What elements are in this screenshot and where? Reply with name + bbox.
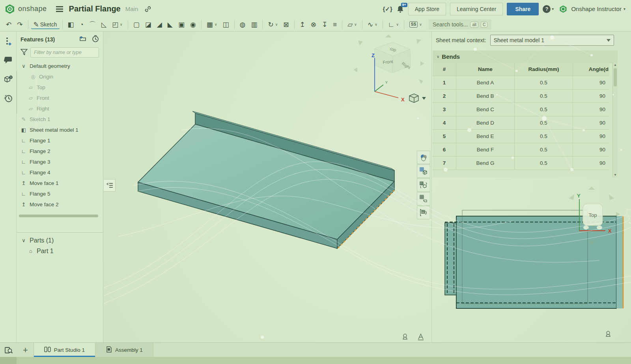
bends-table-row[interactable]: 3Bend C0.590 — [433, 103, 609, 116]
add-tab-button[interactable]: + — [17, 343, 34, 357]
search-tools-box[interactable]: Search tools... alt C — [429, 19, 491, 30]
insert-folder-icon[interactable] — [79, 35, 87, 43]
bend-number[interactable]: 1 — [433, 76, 456, 89]
feature-tree-item[interactable]: ✎Sketch 1 — [17, 114, 103, 125]
bend-number[interactable]: 7 — [433, 157, 456, 170]
fillet-button[interactable]: ▢ — [131, 20, 142, 29]
tab-assembly-1[interactable]: Assembly 1 — [95, 343, 153, 357]
bends-table-row[interactable]: 2Bend B0.590 — [433, 90, 609, 103]
feature-tree-item[interactable]: ↥Move face 1 — [17, 178, 103, 189]
sheet-metal-flange-button[interactable]: ∟∨ — [386, 20, 401, 29]
curve-button[interactable]: ∿∨ — [365, 20, 380, 29]
workspace-name[interactable]: Main — [125, 6, 138, 12]
app-store-button[interactable]: App Store — [408, 3, 446, 15]
chevron-down-icon[interactable]: ∨ — [120, 22, 123, 26]
sweep-button[interactable]: ⌒ — [87, 20, 98, 29]
share-link-icon[interactable] — [144, 6, 151, 13]
help-button[interactable]: ? ▾ — [543, 5, 554, 13]
bend-radius[interactable]: 0.5 — [515, 116, 573, 129]
scrollbar-thumb[interactable] — [614, 68, 617, 86]
scale-indicator-icon[interactable] — [401, 333, 409, 342]
sheet-metal-part[interactable] — [118, 103, 418, 260]
bend-radius[interactable]: 0.5 — [515, 157, 573, 170]
bend-number[interactable]: 5 — [433, 130, 456, 143]
feature-tree-item[interactable]: ∟Flange 5 — [17, 189, 103, 199]
scroll-down-icon[interactable]: ▼ — [614, 173, 617, 177]
plane-button[interactable]: ▱∨ — [345, 20, 359, 29]
flat-cube-top-label[interactable]: Top — [589, 212, 597, 218]
feature-tree-item[interactable]: ▱Right — [17, 103, 103, 114]
undo-button[interactable]: ↶ — [4, 20, 14, 29]
flat-view-toggle[interactable] — [417, 192, 430, 205]
bend-radius[interactable]: 0.5 — [515, 103, 573, 116]
bend-name[interactable]: Bend D — [456, 116, 515, 129]
view-menu-cube-icon[interactable] — [409, 94, 426, 103]
learning-center-button[interactable]: Learning Center — [450, 3, 503, 15]
bend-name[interactable]: Bend C — [456, 103, 515, 116]
bends-table-row[interactable]: 1Bend A0.590 — [433, 76, 609, 90]
chevron-down-icon[interactable]: ∨ — [419, 22, 422, 26]
split-button[interactable]: ▥ — [248, 20, 259, 29]
bend-angle[interactable]: 90 — [573, 116, 609, 129]
scroll-up-icon[interactable]: ▲ — [614, 63, 617, 67]
chevron-down-icon[interactable]: ∨ — [375, 22, 377, 26]
bends-table-row[interactable]: 6Bend F0.590 — [433, 143, 609, 157]
simplify-button[interactable]: ≡ — [330, 20, 339, 29]
measure-icon[interactable] — [417, 333, 424, 342]
parts-group-header[interactable]: ∨ Parts (1) — [17, 235, 103, 246]
bend-angle[interactable]: 90 — [573, 76, 609, 89]
feature-tree-item[interactable]: ▱Front — [17, 93, 103, 103]
feature-tree-item[interactable]: ↥Move face 2 — [17, 199, 103, 210]
shell-button[interactable]: ▣ — [176, 20, 187, 29]
sketch-button[interactable]: ✎Sketch — [31, 20, 60, 29]
mirror-button[interactable]: ◫ — [220, 20, 231, 29]
custom-feature-button[interactable]: SS∨ — [407, 20, 424, 29]
folded-view-toggle[interactable] — [417, 178, 430, 192]
chevron-down-icon[interactable]: ∨ — [275, 22, 278, 26]
rollback-history-icon[interactable] — [92, 35, 99, 43]
revolve-button[interactable]: ◔ — [77, 20, 86, 29]
delete-face-button[interactable]: ⊠ — [281, 20, 291, 29]
bend-angle[interactable]: 90 — [573, 103, 609, 116]
bend-name[interactable]: Bend A — [456, 76, 515, 89]
delete-part-button[interactable]: ⊗ — [308, 20, 319, 29]
feature-filter-input[interactable] — [30, 47, 99, 58]
hole-button[interactable]: ◉ — [188, 20, 198, 29]
feature-tree-item[interactable]: ∟Flange 1 — [17, 135, 103, 146]
parts-help-icon[interactable]: ? — [3, 74, 13, 84]
bend-number[interactable]: 2 — [433, 90, 456, 103]
bend-name[interactable]: Bend F — [456, 143, 515, 156]
move-face-button[interactable]: ↥ — [297, 20, 308, 29]
account-menu-button[interactable]: Onshape Instructor ▾ — [571, 6, 625, 12]
bend-name[interactable]: Bend G — [456, 157, 515, 170]
extrude-button[interactable]: ◧ — [65, 20, 77, 29]
tab-part-studio-1[interactable]: Part Studio 1 — [34, 343, 95, 357]
bend-angle[interactable]: 90 — [573, 130, 609, 143]
linear-pattern-button[interactable]: ▦∨ — [204, 20, 220, 29]
feature-tree-item[interactable]: ∟Flange 4 — [17, 167, 103, 178]
loft-button[interactable]: ◺ — [99, 20, 109, 29]
bend-name[interactable]: Bend B — [456, 90, 515, 103]
history-icon[interactable] — [3, 93, 13, 103]
bend-radius[interactable]: 0.5 — [515, 90, 573, 103]
feature-tree-item[interactable]: ◎Origin — [17, 71, 103, 82]
flat-measure-icon[interactable] — [605, 330, 612, 339]
redo-button[interactable]: ↷ — [15, 20, 25, 29]
view-cube-top-label[interactable]: Top — [389, 47, 396, 52]
comments-icon[interactable] — [3, 55, 13, 65]
featurescript-icon[interactable]: {✓} — [383, 6, 392, 13]
bends-scrollbar[interactable]: ▲ ▼ — [612, 63, 618, 177]
bend-radius[interactable]: 0.5 — [515, 76, 573, 89]
tab-search-icon[interactable] — [0, 343, 17, 357]
view-cube-front-label[interactable]: Front — [383, 59, 393, 65]
bends-panel-header[interactable]: ∨ Bends — [433, 50, 618, 63]
bend-name[interactable]: Bend E — [456, 130, 515, 143]
draft-button[interactable]: ◢ — [155, 20, 164, 29]
model-view-toggle[interactable] — [417, 164, 430, 178]
bends-table-row[interactable]: 5Bend E0.590 — [433, 130, 609, 143]
bend-number[interactable]: 6 — [433, 143, 456, 156]
render-state-toggle[interactable] — [417, 151, 430, 164]
bends-table-row[interactable]: 7Bend G0.590 — [433, 157, 609, 170]
flat-annotations-toggle[interactable] — [417, 206, 430, 219]
sheet-metal-context-select[interactable]: Sheet metal model 1 — [490, 35, 614, 46]
